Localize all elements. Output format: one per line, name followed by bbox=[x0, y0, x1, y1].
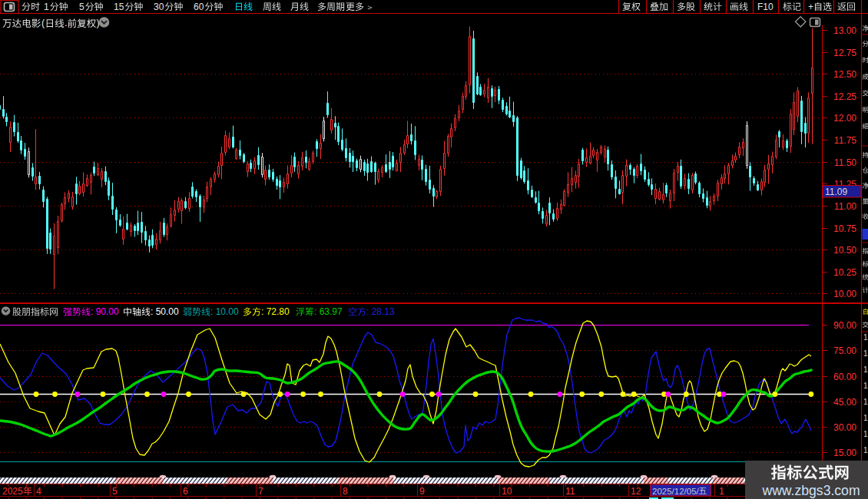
svg-text:11: 11 bbox=[565, 486, 575, 497]
svg-text:: 90.00: : 90.00 bbox=[91, 306, 119, 317]
svg-text:12.00: 12.00 bbox=[833, 113, 856, 124]
svg-text:30: 30 bbox=[154, 2, 164, 12]
svg-text:15: 15 bbox=[114, 2, 124, 12]
svg-text:1: 1 bbox=[863, 333, 868, 342]
svg-text:2025/12/05/: 2025/12/05/ bbox=[652, 487, 700, 496]
svg-text:10.25: 10.25 bbox=[833, 267, 856, 278]
svg-text:: 72.80: : 72.80 bbox=[261, 306, 290, 317]
svg-text:12.75: 12.75 bbox=[833, 48, 856, 58]
svg-text:1: 1 bbox=[863, 382, 868, 390]
svg-text:5: 5 bbox=[79, 2, 84, 12]
svg-text:10: 10 bbox=[502, 486, 512, 497]
svg-text:60.00: 60.00 bbox=[833, 372, 856, 382]
svg-text:: 63.97: : 63.97 bbox=[314, 306, 343, 317]
svg-text:11.00: 11.00 bbox=[834, 201, 856, 212]
svg-text:＞: ＞ bbox=[366, 2, 374, 12]
svg-text:1: 1 bbox=[44, 2, 49, 12]
svg-text:11.75: 11.75 bbox=[834, 135, 856, 146]
svg-text:: 10.00: : 10.00 bbox=[210, 306, 239, 317]
svg-text:1: 1 bbox=[863, 365, 868, 374]
svg-text:2025: 2025 bbox=[2, 486, 23, 497]
svg-text:11.50: 11.50 bbox=[834, 157, 856, 168]
svg-text:F10: F10 bbox=[757, 2, 774, 12]
svg-text:+: + bbox=[808, 2, 813, 12]
svg-text:12.50: 12.50 bbox=[833, 69, 856, 80]
svg-text:1: 1 bbox=[863, 398, 868, 406]
svg-text:12: 12 bbox=[631, 486, 641, 497]
svg-text:6: 6 bbox=[183, 486, 188, 497]
svg-text:10.50: 10.50 bbox=[833, 245, 856, 256]
svg-text:60: 60 bbox=[194, 2, 204, 12]
svg-text:11.09: 11.09 bbox=[825, 187, 847, 197]
svg-text:90.00: 90.00 bbox=[833, 320, 856, 331]
svg-text:www.zbgs3.com: www.zbgs3.com bbox=[761, 483, 860, 498]
svg-text:10.00: 10.00 bbox=[833, 289, 856, 299]
svg-text:45.00: 45.00 bbox=[833, 397, 856, 408]
svg-text:1: 1 bbox=[863, 430, 868, 438]
svg-text:1: 1 bbox=[719, 486, 724, 497]
svg-text:: 28.13: : 28.13 bbox=[366, 306, 395, 317]
svg-text:1: 1 bbox=[863, 414, 868, 422]
svg-text:1: 1 bbox=[863, 349, 868, 358]
svg-text:12.25: 12.25 bbox=[833, 91, 856, 102]
svg-text:7: 7 bbox=[258, 486, 263, 497]
svg-text:: 50.00: : 50.00 bbox=[151, 306, 179, 317]
svg-text:30.00: 30.00 bbox=[833, 422, 856, 433]
svg-text:5: 5 bbox=[112, 486, 118, 497]
svg-text:9: 9 bbox=[419, 486, 425, 497]
svg-text:15.00: 15.00 bbox=[833, 448, 856, 458]
svg-text:13.00: 13.00 bbox=[833, 25, 856, 36]
svg-text:75.00: 75.00 bbox=[833, 345, 856, 356]
svg-text:8: 8 bbox=[343, 486, 348, 497]
svg-text:1: 1 bbox=[863, 446, 868, 454]
svg-text:4: 4 bbox=[36, 486, 41, 497]
svg-text:10.75: 10.75 bbox=[833, 223, 856, 234]
svg-text:.: . bbox=[65, 18, 67, 28]
